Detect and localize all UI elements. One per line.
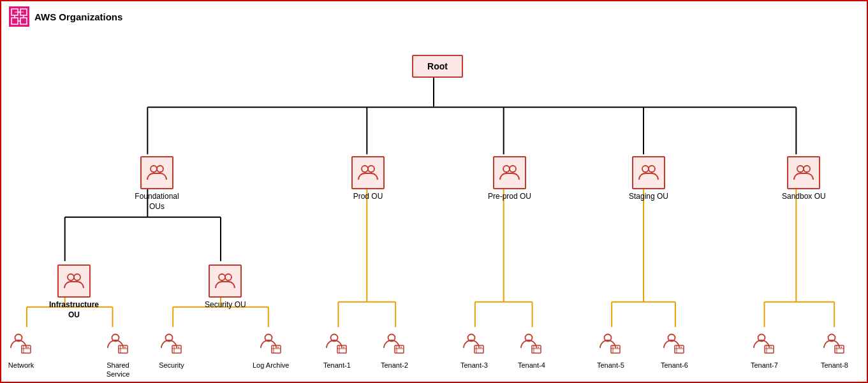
root-label: Root [427,61,448,71]
svg-point-69 [124,347,126,348]
tenant1-node: Tenant-1 [323,330,351,370]
svg-point-109 [680,347,682,348]
account-icon-network [8,330,34,357]
page-title: AWS Organizations [34,11,122,22]
svg-point-74 [178,347,179,348]
svg-point-79 [277,347,279,348]
tenant7-node: Tenant-7 [751,330,778,370]
svg-point-55 [804,166,810,172]
svg-point-57 [74,274,80,280]
tenant3-label: Tenant-3 [460,361,488,370]
group-icon-staging [638,162,659,184]
group-icon-prod [357,162,379,184]
account-icon-shared [105,330,131,357]
staging-ou-label: Staging OU [629,192,668,202]
svg-point-50 [503,166,510,172]
svg-point-51 [510,166,516,172]
tenant4-node: Tenant-4 [518,330,545,370]
svg-point-53 [649,166,655,172]
svg-point-48 [362,166,368,172]
foundational-ous-node: Foundational OUs [131,156,182,212]
prod-ou-label: Prod OU [353,192,383,202]
tenant3-node: Tenant-3 [460,330,488,370]
tenant5-node: Tenant-5 [597,330,624,370]
pre-prod-ou-node: Pre-prod OU [488,156,531,202]
security-node: Security [158,330,185,370]
group-icon-infra [63,270,85,292]
group-icon [146,162,168,184]
account-icon-t4 [518,330,545,357]
log-archive-label: Log Archive [253,361,289,370]
tenant5-label: Tenant-5 [597,361,624,370]
account-icon-security [158,330,185,357]
account-icon-t6 [661,330,688,357]
svg-point-56 [68,274,74,280]
svg-point-54 [797,166,804,172]
security-label: Security [159,361,184,370]
svg-point-46 [151,166,157,172]
account-icon-t3 [460,330,487,357]
infrastructure-ou-label: Infrastructure OU [48,300,99,320]
svg-point-64 [27,347,29,348]
svg-point-84 [343,347,344,348]
aws-organizations-icon [9,6,29,27]
foundational-ous-label: Foundational OUs [131,192,182,212]
tenant2-node: Tenant-2 [381,330,408,370]
group-icon-sandbox [793,162,814,184]
log-archive-node: Log Archive [253,330,289,370]
tenant6-node: Tenant-6 [661,330,688,370]
svg-point-119 [841,347,842,348]
account-icon-t1 [323,330,350,357]
tenant4-label: Tenant-4 [518,361,545,370]
svg-point-94 [480,347,482,348]
network-label: Network [8,361,34,370]
infrastructure-ou-node: Infrastructure OU [48,264,99,320]
svg-point-104 [617,347,618,348]
tenant7-label: Tenant-7 [751,361,778,370]
tenant1-label: Tenant-1 [323,361,351,370]
svg-rect-1 [10,8,28,25]
svg-point-59 [225,274,232,280]
account-icon-t8 [821,330,848,357]
tenant8-node: Tenant-8 [821,330,848,370]
tenant2-label: Tenant-2 [381,361,408,370]
account-icon-t5 [597,330,624,357]
security-ou-label: Security OU [205,300,246,310]
root-node: Root [412,55,463,78]
svg-point-52 [642,166,649,172]
account-icon-t2 [381,330,408,357]
network-node: Network [8,330,34,370]
account-icon-t7 [751,330,777,357]
diagram-area: Root Foundational OUs [1,32,867,380]
shared-service-label: Shared Service [96,361,140,379]
prod-ou-node: Prod OU [351,156,385,202]
svg-point-99 [538,347,539,348]
svg-point-58 [219,274,225,280]
pre-prod-ou-label: Pre-prod OU [488,192,531,202]
svg-point-89 [401,347,402,348]
svg-point-47 [157,166,163,172]
group-icon-preprod [499,162,520,184]
main-container: AWS Organizations [0,0,868,383]
svg-point-49 [368,166,374,172]
shared-service-node: Shared Service [96,330,140,379]
security-ou-node: Security OU [205,264,246,310]
account-icon-log [258,330,284,357]
sandbox-ou-node: Sandbox OU [782,156,826,202]
sandbox-ou-label: Sandbox OU [782,192,826,202]
svg-point-114 [770,347,772,348]
staging-ou-node: Staging OU [629,156,668,202]
group-icon-security-ou [214,270,236,292]
tenant8-label: Tenant-8 [821,361,848,370]
tenant6-label: Tenant-6 [661,361,688,370]
header: AWS Organizations [1,1,867,32]
